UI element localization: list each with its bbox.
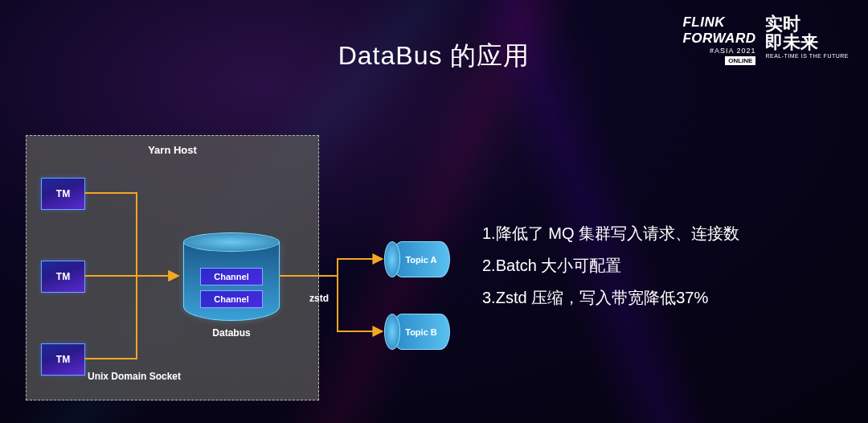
databus-cylinder: Channel Channel [183, 232, 280, 321]
panel-title: Yarn Host [27, 144, 318, 156]
logo-online-badge: ONLINE [725, 56, 755, 65]
databus-label: Databus [183, 327, 280, 339]
topic-body: Topic A [392, 241, 450, 277]
logo-asia: #ASIA 2021 [682, 47, 755, 55]
event-logo: FLINK FORWARD #ASIA 2021 ONLINE 实时 即未来 R… [682, 14, 849, 65]
topic-cap [384, 241, 400, 277]
logo-text-flink: FLINK [682, 14, 755, 31]
bullet-item: 2.Batch 大小可配置 [482, 249, 836, 281]
topic-body: Topic B [392, 314, 450, 350]
cylinder-top [183, 232, 280, 252]
logo-cn-line2: 即未来 [765, 33, 849, 51]
bullet-item: 1.降低了 MQ 集群写入请求、连接数 [482, 217, 836, 249]
channel-box: Channel [200, 290, 263, 308]
unix-domain-socket-label: Unix Domain Socket [88, 371, 181, 382]
bullet-list: 1.降低了 MQ 集群写入请求、连接数 2.Batch 大小可配置 3.Zstd… [482, 217, 836, 314]
logo-cn-line1: 实时 [765, 14, 849, 33]
channel-box: Channel [200, 268, 263, 285]
logo-right-block: 实时 即未来 REAL-TIME IS THE FUTURE [765, 14, 849, 59]
task-manager-box: TM [41, 343, 85, 376]
yarn-host-panel: Yarn Host TM TM TM Channel Channel Datab… [26, 135, 319, 400]
topic-a-cylinder: Topic A [384, 241, 458, 277]
topic-cap [384, 314, 400, 350]
logo-left-block: FLINK FORWARD #ASIA 2021 ONLINE [682, 14, 755, 65]
topic-b-cylinder: Topic B [384, 314, 458, 350]
task-manager-box: TM [41, 178, 85, 210]
logo-text-forward: FORWARD [682, 31, 755, 47]
zstd-label: zstd [309, 293, 329, 304]
logo-tagline: REAL-TIME IS THE FUTURE [765, 53, 849, 59]
bullet-item: 3.Zstd 压缩，写入带宽降低37% [482, 281, 836, 314]
task-manager-box: TM [41, 261, 85, 293]
